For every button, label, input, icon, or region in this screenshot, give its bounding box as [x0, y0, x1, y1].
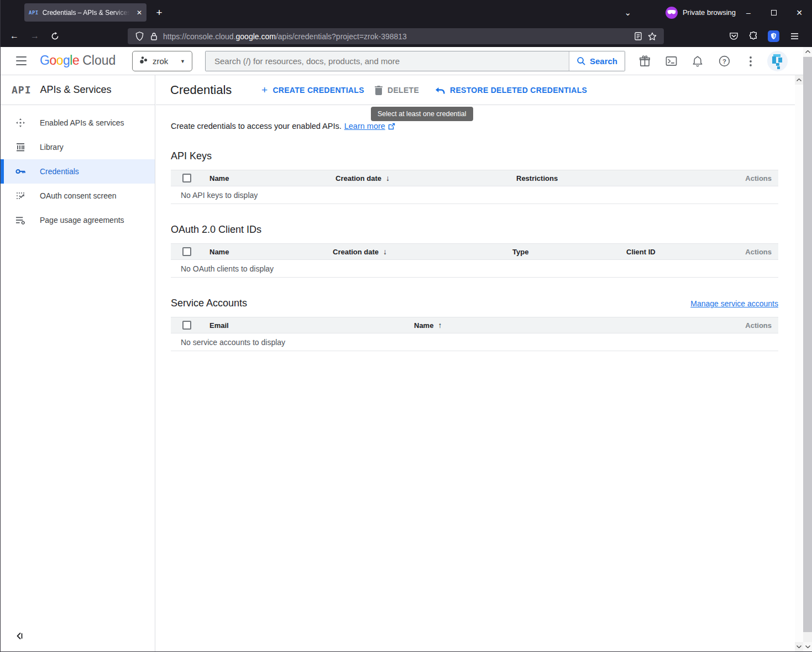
- help-icon[interactable]: ?: [711, 48, 737, 75]
- gcp-nav-menu-icon[interactable]: [16, 56, 27, 65]
- column-actions: Actions: [734, 321, 778, 330]
- extensions-puzzle-icon[interactable]: [745, 28, 762, 44]
- column-creation-date[interactable]: Creation date↓: [326, 247, 506, 256]
- url-text: https://console.cloud.google.com/apis/cr…: [163, 32, 631, 41]
- sidebar-item-library[interactable]: Library: [1, 135, 155, 159]
- sort-desc-icon: ↓: [386, 174, 390, 182]
- more-options-icon[interactable]: [737, 48, 764, 75]
- column-name: Name: [203, 248, 326, 256]
- page-usage-icon: [15, 215, 25, 225]
- restore-deleted-credentials-button[interactable]: RESTORE DELETED CREDENTIALS: [435, 75, 587, 105]
- tooltip: Select at least one credential: [371, 107, 473, 121]
- column-name[interactable]: Name↑: [407, 321, 734, 330]
- navigation-bar: ← → https://console.cloud.google.com/api…: [1, 25, 812, 47]
- sidebar: API APIs & Services Enabled APIs & servi…: [1, 75, 155, 651]
- scroll-down-button[interactable]: [795, 642, 803, 651]
- main-content: Credentials + CREATE CREDENTIALS DELETE …: [156, 75, 795, 651]
- private-browsing-label: Private browsing: [683, 8, 736, 17]
- sidebar-item-page-usage[interactable]: Page usage agreements: [1, 208, 155, 232]
- learn-more-link[interactable]: Learn more: [344, 122, 385, 131]
- app-menu-icon[interactable]: [786, 28, 803, 44]
- api-keys-table: Name Creation date↓ Restrictions Actions…: [171, 170, 778, 204]
- cloud-shell-icon[interactable]: [658, 48, 684, 75]
- sidebar-item-enabled-apis[interactable]: Enabled APIs & services: [1, 111, 155, 135]
- url-bar[interactable]: https://console.cloud.google.com/apis/cr…: [128, 28, 664, 44]
- oauth-consent-icon: [15, 191, 25, 201]
- manage-service-accounts-link[interactable]: Manage service accounts: [690, 299, 778, 308]
- new-tab-button[interactable]: +: [151, 4, 167, 21]
- browser-tab[interactable]: API Credentials – APIs & Services – z ✕: [24, 3, 146, 22]
- column-actions: Actions: [734, 174, 778, 182]
- search-input[interactable]: [206, 51, 569, 71]
- oauth-table: Name Creation date↓ Type Client ID Actio…: [171, 243, 778, 278]
- plus-icon: +: [261, 84, 268, 96]
- tab-favicon-api: API: [29, 10, 39, 15]
- free-trial-gift-icon[interactable]: [631, 48, 658, 75]
- tab-bar: API Credentials – APIs & Services – z ✕ …: [1, 0, 812, 25]
- service-accounts-table: Email Name↑ Actions No service accounts …: [171, 317, 778, 351]
- sidebar-collapse-button[interactable]: [15, 632, 26, 643]
- tracking-shield-icon[interactable]: [132, 29, 146, 44]
- enabled-apis-icon: [15, 118, 25, 128]
- column-email: Email: [203, 321, 407, 330]
- project-name: zrok: [153, 56, 168, 66]
- gcp-header: GoogleCloud zrok ▼ Search: [1, 47, 812, 75]
- column-creation-date[interactable]: Creation date↓: [329, 174, 510, 182]
- oauth-empty-message: No OAuth clients to display: [171, 260, 778, 278]
- select-all-checkbox[interactable]: [182, 321, 191, 330]
- scroll-down-button[interactable]: [803, 642, 812, 651]
- page-title: Credentials: [170, 83, 232, 97]
- reader-view-icon[interactable]: [631, 29, 645, 44]
- project-selector[interactable]: zrok ▼: [132, 51, 192, 71]
- oauth-section: OAuth 2.0 Client IDs Name Creation date↓…: [156, 224, 795, 278]
- api-keys-title: API Keys: [171, 150, 795, 162]
- gcp-search-bar: Search: [205, 51, 625, 71]
- sidebar-title: APIs & Services: [40, 84, 112, 96]
- service-accounts-section: Service Accounts Manage service accounts…: [156, 298, 795, 351]
- oauth-title: OAuth 2.0 Client IDs: [171, 224, 795, 236]
- tab-list-chevron-icon[interactable]: ⌄: [619, 8, 637, 18]
- account-avatar[interactable]: [764, 48, 790, 75]
- delete-button[interactable]: DELETE: [375, 75, 419, 105]
- create-credentials-button[interactable]: + CREATE CREDENTIALS: [261, 75, 364, 105]
- chevron-down-icon: ▼: [180, 59, 185, 64]
- sort-desc-icon: ↓: [383, 247, 387, 256]
- pocket-icon[interactable]: [725, 28, 742, 44]
- private-browsing-badge: Private browsing: [666, 7, 736, 19]
- intro-text: Create credentials to access your enable…: [171, 122, 795, 131]
- content-scrollbar[interactable]: [795, 75, 803, 651]
- minimize-button[interactable]: –: [736, 0, 761, 25]
- column-restrictions: Restrictions: [510, 174, 734, 182]
- search-button[interactable]: Search: [569, 51, 625, 71]
- forward-button[interactable]: →: [27, 28, 43, 44]
- bookmark-star-icon[interactable]: [645, 29, 659, 44]
- reload-button[interactable]: [46, 28, 63, 44]
- scroll-up-button[interactable]: [795, 75, 803, 85]
- browser-window: API Credentials – APIs & Services – z ✕ …: [0, 0, 812, 652]
- project-icon: [139, 56, 148, 67]
- column-name: Name: [203, 174, 329, 182]
- scroll-up-button[interactable]: [803, 47, 812, 56]
- content-header: Credentials + CREATE CREDENTIALS DELETE …: [156, 75, 795, 105]
- sidebar-item-oauth-consent[interactable]: OAuth consent screen: [1, 184, 155, 208]
- back-button[interactable]: ←: [6, 28, 23, 44]
- shield-extension-icon[interactable]: [765, 28, 782, 44]
- column-client-id: Client ID: [620, 248, 734, 256]
- notifications-bell-icon[interactable]: [684, 48, 711, 75]
- scrollbar-thumb[interactable]: [803, 57, 812, 632]
- lock-icon[interactable]: [146, 29, 161, 44]
- select-all-checkbox[interactable]: [182, 247, 191, 256]
- svg-text:?: ?: [722, 58, 726, 65]
- service-accounts-empty-message: No service accounts to display: [171, 333, 778, 351]
- api-logo: API: [12, 84, 32, 96]
- library-icon: [15, 142, 25, 152]
- maximize-button[interactable]: [761, 0, 787, 25]
- window-scrollbar[interactable]: [803, 47, 812, 651]
- select-all-checkbox[interactable]: [182, 174, 191, 182]
- tab-close-icon[interactable]: ✕: [137, 9, 142, 17]
- google-cloud-logo[interactable]: GoogleCloud: [40, 53, 116, 68]
- key-icon: [15, 166, 25, 176]
- sidebar-item-credentials[interactable]: Credentials: [1, 159, 155, 184]
- api-keys-section: API Keys Name Creation date↓ Restriction…: [156, 150, 795, 204]
- window-close-button[interactable]: ✕: [787, 0, 812, 25]
